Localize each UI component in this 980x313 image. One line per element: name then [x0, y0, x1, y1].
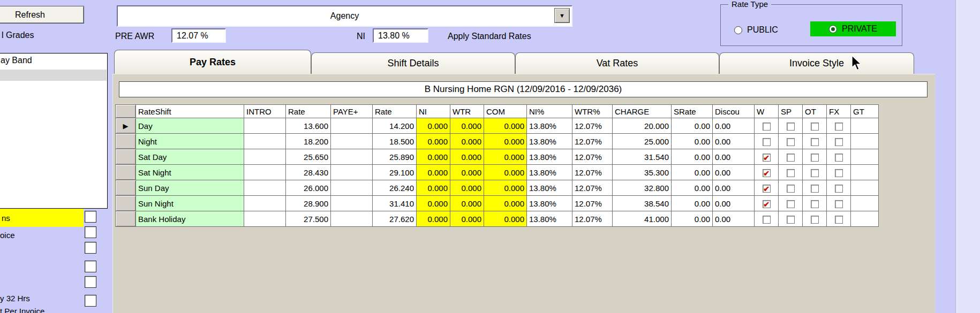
cell-com[interactable]: 0.000 — [484, 165, 527, 180]
cell-shift[interactable]: Sun Day — [136, 180, 244, 196]
cell-ni[interactable]: 0.000 — [417, 196, 450, 211]
cell-ni_pct[interactable]: 13.80% — [527, 118, 572, 134]
cell-wtr[interactable]: 0.000 — [450, 180, 484, 196]
row-selector[interactable] — [116, 165, 136, 180]
cell-ni_pct[interactable]: 13.80% — [527, 149, 572, 165]
cell-rate2[interactable]: 31.410 — [373, 196, 417, 211]
cell-wtr[interactable]: 0.000 — [450, 165, 484, 180]
w-checkbox[interactable] — [763, 138, 771, 146]
w-checkbox[interactable] — [763, 123, 771, 131]
ot-checkbox[interactable] — [811, 123, 819, 131]
sidebar-checkbox-4[interactable] — [85, 261, 96, 272]
cell-srate[interactable]: 0.00 — [672, 196, 713, 211]
cell-srate[interactable]: 0.00 — [672, 118, 713, 134]
cell-wtr_pct[interactable]: 12.07% — [572, 134, 613, 149]
sidebar-checkbox-3[interactable] — [85, 242, 96, 254]
cell-ni_pct[interactable]: 13.80% — [527, 196, 572, 211]
row-selector[interactable] — [116, 134, 136, 149]
tab-shift-details[interactable]: Shift Details — [311, 52, 515, 74]
fx-checkbox[interactable] — [835, 154, 843, 162]
ot-checkbox[interactable] — [811, 154, 819, 162]
w-checkbox[interactable]: ✔ — [763, 154, 771, 162]
cell-rate[interactable]: 13.600 — [286, 118, 331, 134]
cell-srate[interactable]: 0.00 — [672, 211, 713, 227]
cell-intro[interactable] — [244, 165, 286, 180]
cell-ni[interactable]: 0.000 — [417, 118, 450, 134]
radio-private[interactable]: PRIVATE — [810, 21, 896, 36]
cell-rate[interactable]: 18.200 — [286, 134, 331, 149]
sidebar-item-yellow[interactable]: ns — [0, 209, 84, 227]
cell-wtr_pct[interactable]: 12.07% — [572, 180, 613, 196]
cell-intro[interactable] — [244, 134, 286, 149]
vertical-scrollbar[interactable] — [955, 0, 980, 313]
w-checkbox[interactable]: ✔ — [763, 200, 771, 208]
ot-checkbox[interactable] — [811, 185, 819, 193]
row-selector[interactable] — [116, 149, 136, 165]
sidebar-checkbox-1[interactable] — [85, 211, 96, 223]
cell-rate[interactable]: 26.000 — [286, 180, 331, 196]
pre-awr-input[interactable]: 12.07 % — [171, 28, 226, 43]
pay-band-listbox[interactable] — [0, 67, 108, 209]
cell-rate2[interactable]: 27.620 — [373, 211, 417, 227]
cell-ni[interactable]: 0.000 — [417, 211, 450, 227]
agency-dropdown[interactable]: Agency ▼ — [117, 5, 572, 27]
cell-discount[interactable]: 0.00 — [713, 211, 755, 227]
cell-srate[interactable]: 0.00 — [672, 165, 713, 180]
cell-com[interactable]: 0.000 — [484, 118, 527, 134]
tab-pay-rates[interactable]: Pay Rates — [114, 50, 311, 74]
cell-gt[interactable] — [851, 180, 879, 196]
row-selector[interactable] — [116, 196, 136, 211]
cell-paye[interactable] — [331, 165, 373, 180]
cell-rate2[interactable]: 26.240 — [373, 180, 417, 196]
cell-intro[interactable] — [244, 180, 286, 196]
cell-shift[interactable]: Sat Day — [136, 149, 244, 165]
cell-wtr[interactable]: 0.000 — [450, 134, 484, 149]
cell-charge[interactable]: 20.000 — [613, 118, 672, 134]
ot-checkbox[interactable] — [811, 200, 819, 208]
cell-ni[interactable]: 0.000 — [417, 149, 450, 165]
fx-checkbox[interactable] — [835, 216, 843, 224]
radio-public-icon[interactable] — [734, 26, 742, 34]
cell-charge[interactable]: 32.800 — [613, 180, 672, 196]
cell-ni_pct[interactable]: 13.80% — [527, 165, 572, 180]
cell-shift[interactable]: Sat Night — [136, 165, 244, 180]
sp-checkbox[interactable] — [787, 216, 795, 224]
cell-charge[interactable]: 25.000 — [613, 134, 672, 149]
sp-checkbox[interactable] — [787, 138, 795, 146]
sp-checkbox[interactable] — [787, 185, 795, 193]
cell-wtr_pct[interactable]: 12.07% — [572, 165, 613, 180]
cell-discount[interactable]: 0.00 — [713, 196, 755, 211]
cell-ni_pct[interactable]: 13.80% — [527, 180, 572, 196]
cell-rate[interactable]: 28.430 — [286, 165, 331, 180]
cell-srate[interactable]: 0.00 — [672, 180, 713, 196]
sidebar-checkbox-2[interactable] — [85, 226, 96, 238]
cell-wtr_pct[interactable]: 12.07% — [572, 196, 613, 211]
tab-vat-rates[interactable]: Vat Rates — [515, 52, 719, 74]
cell-rate2[interactable]: 14.200 — [373, 118, 417, 134]
cell-intro[interactable] — [244, 149, 286, 165]
ni-input[interactable]: 13.80 % — [373, 28, 428, 43]
cell-rate2[interactable]: 18.500 — [373, 134, 417, 149]
row-selector[interactable] — [116, 180, 136, 196]
w-checkbox[interactable]: ✔ — [763, 185, 771, 193]
radio-public[interactable]: PUBLIC — [734, 25, 778, 35]
cell-rate2[interactable]: 25.890 — [373, 149, 417, 165]
dropdown-arrow-button[interactable]: ▼ — [554, 8, 570, 23]
cell-com[interactable]: 0.000 — [484, 211, 527, 227]
row-selector[interactable]: ▶ — [116, 118, 136, 134]
cell-wtr[interactable]: 0.000 — [450, 149, 484, 165]
cell-rate[interactable]: 28.900 — [286, 196, 331, 211]
cell-gt[interactable] — [851, 118, 879, 134]
cell-gt[interactable] — [851, 211, 879, 227]
fx-checkbox[interactable] — [835, 185, 843, 193]
cell-intro[interactable] — [244, 118, 286, 134]
radio-private-icon[interactable] — [829, 25, 837, 33]
cell-paye[interactable] — [331, 134, 373, 149]
refresh-button[interactable]: Refresh — [0, 6, 84, 24]
cell-discount[interactable]: 0.00 — [713, 118, 755, 134]
cell-discount[interactable]: 0.00 — [713, 180, 755, 196]
cell-srate[interactable]: 0.00 — [672, 134, 713, 149]
cell-wtr[interactable]: 0.000 — [450, 118, 484, 134]
cell-ni_pct[interactable]: 13.80% — [527, 134, 572, 149]
cell-rate[interactable]: 27.500 — [286, 211, 331, 227]
